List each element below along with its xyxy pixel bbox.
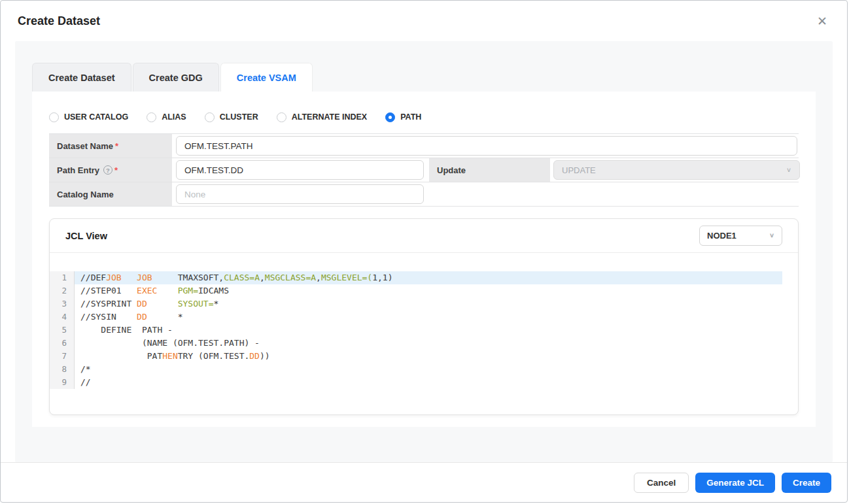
node-select-value: NODE1: [707, 231, 736, 241]
radio-cluster[interactable]: CLUSTER: [205, 112, 258, 122]
radio-icon: [277, 112, 286, 122]
jcl-code-line: 4//SYSIN DD *: [50, 311, 798, 324]
path-entry-label: Path Entry?*: [49, 158, 172, 182]
chevron-down-icon: ∨: [769, 232, 774, 239]
update-select: UPDATE ∨: [553, 160, 800, 180]
modal-footer: Cancel Generate JCL Create: [1, 462, 847, 502]
jcl-view-header: JCL View NODE1 ∨: [50, 219, 798, 253]
line-number: 6: [50, 337, 75, 350]
chevron-down-icon: ∨: [786, 166, 791, 173]
jcl-code-line: 8/*: [50, 363, 798, 376]
required-marker: *: [115, 141, 118, 151]
modal-title: Create Dataset: [18, 14, 100, 28]
line-number: 8: [50, 363, 75, 376]
tab-content-card: USER CATALOGALIASCLUSTERALTERNATE INDEXP…: [32, 92, 816, 427]
line-number: 5: [50, 324, 75, 337]
close-icon[interactable]: ✕: [814, 12, 830, 30]
tab-create-gdg[interactable]: Create GDG: [133, 63, 219, 92]
generate-jcl-button[interactable]: Generate JCL: [695, 473, 775, 493]
dataset-name-row: Dataset Name*: [49, 134, 799, 158]
jcl-code-line: 9//: [50, 376, 798, 389]
radio-user-catalog[interactable]: USER CATALOG: [49, 112, 128, 122]
jcl-view-title: JCL View: [65, 231, 107, 241]
radio-label: PATH: [400, 112, 421, 122]
jcl-code-line: 6 (NAME (OFM.TEST.PATH) -: [50, 337, 798, 350]
vsam-form: Dataset Name* Path Entry?* Update: [49, 133, 799, 207]
path-entry-input[interactable]: [176, 160, 424, 180]
vsam-type-radio-group: USER CATALOGALIASCLUSTERALTERNATE INDEXP…: [49, 92, 799, 124]
jcl-code-line: 7 PATHENTRY (OFM.TEST.DD)): [50, 350, 798, 363]
radio-icon: [205, 112, 215, 122]
radio-icon: [147, 112, 156, 122]
tab-panel: Create DatasetCreate GDGCreate VSAM USER…: [15, 41, 833, 462]
line-number: 7: [50, 350, 75, 363]
line-content: //SYSIN DD *: [75, 311, 782, 324]
catalog-name-input[interactable]: [176, 184, 424, 204]
update-label: Update: [429, 158, 550, 182]
modal-header: Create Dataset ✕: [1, 1, 847, 41]
line-content: DEFINE PATH -: [75, 324, 782, 337]
path-entry-row: Path Entry?* Update UPDATE ∨: [49, 158, 799, 182]
radio-icon: [385, 112, 395, 122]
radio-label: CLUSTER: [220, 112, 258, 122]
radio-alias[interactable]: ALIAS: [147, 112, 186, 122]
update-select-value: UPDATE: [562, 165, 596, 175]
line-content: PATHENTRY (OFM.TEST.DD)): [75, 350, 782, 363]
tab-create-vsam[interactable]: Create VSAM: [220, 63, 313, 92]
line-number: 1: [50, 271, 75, 284]
cancel-button[interactable]: Cancel: [634, 473, 689, 493]
line-number: 9: [50, 376, 75, 389]
radio-path[interactable]: PATH: [385, 112, 421, 122]
line-content: //SYSPRINT DD SYSOUT=*: [75, 297, 782, 311]
jcl-code-line: 5 DEFINE PATH -: [50, 324, 798, 337]
line-content: /*: [75, 363, 782, 376]
line-content: (NAME (OFM.TEST.PATH) -: [75, 337, 782, 350]
radio-alternate-index[interactable]: ALTERNATE INDEX: [277, 112, 368, 122]
jcl-code-line: 3//SYSPRINT DD SYSOUT=*: [50, 297, 798, 311]
jcl-view-panel: JCL View NODE1 ∨ 1//DEFJOB JOB TMAXSOFT,…: [49, 218, 799, 415]
radio-label: ALIAS: [162, 112, 186, 122]
jcl-code-line: 1//DEFJOB JOB TMAXSOFT,CLASS=A,MSGCLASS=…: [50, 271, 798, 284]
line-content: //: [75, 376, 782, 389]
dataset-name-input[interactable]: [176, 136, 797, 156]
dataset-name-label: Dataset Name*: [49, 134, 172, 158]
radio-label: USER CATALOG: [64, 112, 128, 122]
tab-create-dataset[interactable]: Create Dataset: [32, 63, 131, 92]
line-number: 3: [50, 297, 75, 311]
tab-bar: Create DatasetCreate GDGCreate VSAM: [32, 63, 816, 92]
radio-icon: [49, 112, 59, 122]
jcl-code-line: 2//STEP01 EXEC PGM=IDCAMS: [50, 284, 798, 297]
node-select[interactable]: NODE1 ∨: [699, 226, 782, 246]
modal-body: Create DatasetCreate GDGCreate VSAM USER…: [1, 41, 847, 462]
catalog-name-label: Catalog Name: [49, 182, 172, 206]
line-number: 4: [50, 311, 75, 324]
create-button[interactable]: Create: [782, 473, 831, 493]
catalog-name-row: Catalog Name: [49, 182, 799, 207]
line-number: 2: [50, 284, 75, 297]
line-content: //STEP01 EXEC PGM=IDCAMS: [75, 284, 782, 297]
line-content: //DEFJOB JOB TMAXSOFT,CLASS=A,MSGCLASS=A…: [75, 271, 782, 284]
help-icon[interactable]: ?: [103, 165, 113, 175]
jcl-code-editor[interactable]: 1//DEFJOB JOB TMAXSOFT,CLASS=A,MSGCLASS=…: [50, 253, 798, 389]
required-marker: *: [114, 165, 118, 175]
radio-label: ALTERNATE INDEX: [292, 112, 368, 122]
create-dataset-modal: Create Dataset ✕ Create DatasetCreate GD…: [0, 0, 848, 503]
